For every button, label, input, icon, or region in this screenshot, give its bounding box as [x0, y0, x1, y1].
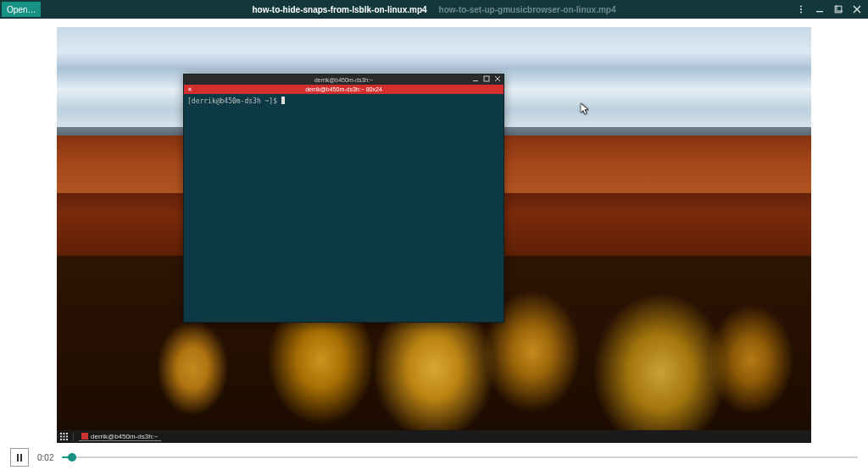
taskbar-app-terminal[interactable]: derrik@b450m-ds3h:~ — [79, 433, 161, 441]
open-button-label: Open… — [7, 5, 36, 14]
terminal-close-icon[interactable] — [494, 75, 501, 82]
terminal-minimize-icon[interactable] — [472, 75, 479, 82]
svg-point-2 — [800, 12, 802, 14]
taskbar-app-label: derrik@b450m-ds3h:~ — [91, 433, 159, 440]
terminal-titlebar: derrik@b450m-ds3h:~ — [184, 75, 504, 85]
player-controls: 0:02 — [0, 445, 868, 470]
svg-rect-4 — [835, 6, 842, 13]
minimize-icon[interactable] — [815, 5, 824, 14]
svg-rect-8 — [60, 433, 62, 434]
playlist-tab-1[interactable]: how-to-set-up-gmusicbrowser-on-linux.mp4 — [439, 5, 616, 14]
desktop-taskbar: derrik@b450m-ds3h:~ — [57, 430, 811, 443]
pause-button[interactable] — [10, 448, 29, 467]
terminal-body[interactable]: [derrik@b450m-ds3h ~]$ — [184, 94, 504, 322]
svg-rect-13 — [66, 436, 68, 438]
mouse-pointer-icon — [581, 103, 589, 115]
svg-rect-12 — [64, 436, 65, 438]
svg-rect-16 — [66, 439, 68, 440]
svg-rect-7 — [484, 76, 489, 81]
app-titlebar: Open… how-to-hide-snaps-from-lsblk-on-li… — [0, 0, 868, 19]
svg-rect-6 — [473, 80, 478, 81]
taskbar-divider — [73, 433, 74, 441]
svg-point-0 — [800, 6, 802, 8]
svg-rect-9 — [64, 433, 65, 434]
terminal-maximize-icon[interactable] — [483, 75, 490, 82]
terminal-tabbar: ✕ derrik@b450m-ds3h:~ 80x24 — [184, 85, 504, 94]
maximize-icon[interactable] — [834, 5, 843, 14]
video-stage[interactable]: derrik@b450m-ds3h:~ ✕ derrik@b450m-ds3h:… — [0, 19, 868, 445]
open-button[interactable]: Open… — [2, 2, 41, 17]
seek-track — [62, 456, 858, 458]
close-icon[interactable] — [853, 5, 861, 14]
tab-strip: how-to-hide-snaps-from-lsblk-on-linux.mp… — [253, 5, 616, 14]
terminal-prompt: [derrik@b450m-ds3h ~]$ — [187, 97, 281, 105]
svg-rect-15 — [64, 439, 65, 440]
terminal-title: derrik@b450m-ds3h:~ — [314, 77, 374, 83]
terminal-window: derrik@b450m-ds3h:~ ✕ derrik@b450m-ds3h:… — [183, 74, 504, 323]
terminal-tab-label: derrik@b450m-ds3h:~ 80x24 — [305, 86, 382, 92]
time-elapsed: 0:02 — [37, 453, 53, 462]
svg-rect-3 — [816, 11, 823, 12]
terminal-cursor — [281, 97, 285, 104]
terminal-tab-close-icon[interactable]: ✕ — [186, 86, 193, 93]
svg-rect-14 — [60, 439, 62, 440]
window-controls — [797, 5, 868, 14]
pause-icon — [17, 454, 22, 462]
svg-point-1 — [800, 8, 802, 10]
svg-rect-10 — [66, 433, 68, 434]
seek-thumb[interactable] — [68, 453, 76, 462]
video-frame: derrik@b450m-ds3h:~ ✕ derrik@b450m-ds3h:… — [57, 27, 811, 443]
taskbar-terminal-icon — [81, 433, 88, 440]
app-launcher-icon[interactable] — [60, 433, 68, 440]
kebab-menu-icon[interactable] — [797, 5, 805, 14]
svg-rect-11 — [60, 436, 62, 438]
playlist-tab-0[interactable]: how-to-hide-snaps-from-lsblk-on-linux.mp… — [253, 5, 427, 14]
seek-bar[interactable] — [62, 456, 858, 459]
